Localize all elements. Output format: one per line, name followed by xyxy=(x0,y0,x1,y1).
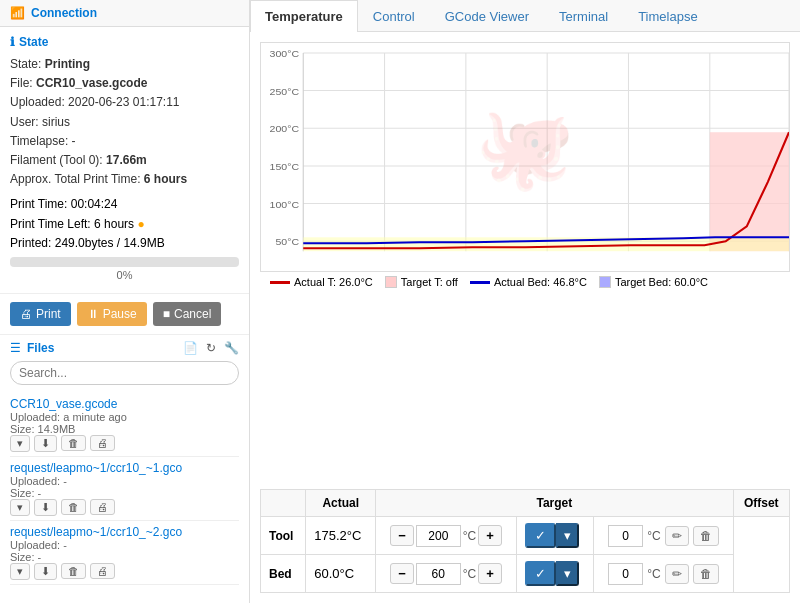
print-icon: 🖨 xyxy=(20,307,32,321)
svg-text:50°C: 50°C xyxy=(275,237,299,248)
list-item: CCR10_vase.gcode Uploaded: a minute ago … xyxy=(10,393,239,457)
legend-target-bed: Target Bed: 60.0°C xyxy=(599,276,708,288)
pause-button[interactable]: ⏸ Pause xyxy=(77,302,147,326)
svg-text:300°C: 300°C xyxy=(270,48,299,59)
chart-legend: Actual T: 26.0°C Target T: off Actual Be… xyxy=(260,272,790,292)
svg-text:250°C: 250°C xyxy=(270,86,299,97)
bed-offset-edit[interactable]: ✏ xyxy=(665,564,689,584)
tool-target-group: − °C + xyxy=(384,525,508,547)
list-item: request/leapmo~1/ccr10_~1.gco Uploaded: … xyxy=(10,457,239,521)
state-filament: Filament (Tool 0): 17.66m xyxy=(10,151,239,170)
tool-confirm-group: ✓ ▾ xyxy=(525,523,586,548)
file-download-btn[interactable]: ⬇ xyxy=(34,563,57,580)
pause-icon: ⏸ xyxy=(87,307,99,321)
bed-offset-trash[interactable]: 🗑 xyxy=(693,564,719,584)
svg-text:200°C: 200°C xyxy=(270,124,299,135)
file-print-btn[interactable]: 🖨 xyxy=(90,499,115,515)
state-uploaded: Uploaded: 2020-06-23 01:17:11 xyxy=(10,93,239,112)
col-header-name xyxy=(261,490,306,517)
file-select-btn[interactable]: ▾ xyxy=(10,435,30,452)
file-trash-btn[interactable]: 🗑 xyxy=(61,499,86,515)
file-list: CCR10_vase.gcode Uploaded: a minute ago … xyxy=(10,393,239,585)
file-size: Size: 14.9MB xyxy=(10,423,239,435)
bed-confirm-btn[interactable]: ✓ xyxy=(525,561,556,586)
state-total-time: Approx. Total Print Time: 6 hours xyxy=(10,170,239,189)
action-buttons: 🖨 Print ⏸ Pause ■ Cancel xyxy=(0,294,249,335)
bed-label: Bed xyxy=(261,555,306,593)
cancel-button[interactable]: ■ Cancel xyxy=(153,302,222,326)
col-header-target: Target xyxy=(376,490,733,517)
bed-confirm-caret[interactable]: ▾ xyxy=(556,561,579,586)
list-icon: ☰ xyxy=(10,341,21,355)
svg-rect-19 xyxy=(710,132,789,251)
tool-target-input[interactable] xyxy=(416,525,461,547)
tab-temperature[interactable]: Temperature xyxy=(250,0,358,32)
file-trash-btn[interactable]: 🗑 xyxy=(61,563,86,579)
file-uploaded: Uploaded: - xyxy=(10,475,239,487)
files-title[interactable]: Files xyxy=(27,341,54,355)
tab-control[interactable]: Control xyxy=(358,0,430,32)
file-download-btn[interactable]: ⬇ xyxy=(34,435,57,452)
state-info: State: Printing File: CCR10_vase.gcode U… xyxy=(10,55,239,189)
state-section-title: ℹ State xyxy=(10,35,239,49)
table-header-row: Actual Target Offset xyxy=(261,490,790,517)
table-row: Bed 60.0°C − °C + xyxy=(261,555,790,593)
tab-content: 🐙 300°C 250°C 200°C 150°C xyxy=(250,32,800,603)
tool-offset-edit[interactable]: ✏ xyxy=(665,526,689,546)
bed-target-minus[interactable]: − xyxy=(390,563,414,584)
file-print-btn[interactable]: 🖨 xyxy=(90,563,115,579)
tool-offset-input[interactable] xyxy=(608,525,643,547)
file-download-btn[interactable]: ⬇ xyxy=(34,499,57,516)
tool-offset-cell: °C ✏ 🗑 xyxy=(594,517,733,555)
connection-title[interactable]: Connection xyxy=(31,6,97,20)
file-size: Size: - xyxy=(10,551,239,563)
file-select-btn[interactable]: ▾ xyxy=(10,563,30,580)
file-name[interactable]: request/leapmo~1/ccr10_~1.gco xyxy=(10,461,239,475)
bed-confirm-cell: ✓ ▾ xyxy=(516,555,594,593)
bed-confirm-group: ✓ ▾ xyxy=(525,561,586,586)
table-row: Tool 175.2°C − °C + xyxy=(261,517,790,555)
bed-target-input[interactable] xyxy=(416,563,461,585)
tabs-bar: Temperature Control GCode Viewer Termina… xyxy=(250,0,800,32)
list-item: request/leapmo~1/ccr10_~2.gco Uploaded: … xyxy=(10,521,239,585)
wrench-icon[interactable]: 🔧 xyxy=(224,341,239,355)
col-header-actual: Actual xyxy=(306,490,376,517)
new-file-icon[interactable]: 📄 xyxy=(183,341,198,355)
legend-color-actual-t xyxy=(270,281,290,284)
tool-unit: °C xyxy=(463,529,476,543)
tool-target-plus[interactable]: + xyxy=(478,525,502,546)
bed-offset-group: °C ✏ 🗑 xyxy=(602,563,724,585)
bed-offset-input[interactable] xyxy=(608,563,643,585)
file-print-btn[interactable]: 🖨 xyxy=(90,435,115,451)
tab-timelapse[interactable]: Timelapse xyxy=(623,0,712,32)
connection-header: 📶 Connection xyxy=(0,0,249,27)
tab-gcode-viewer[interactable]: GCode Viewer xyxy=(430,0,544,32)
file-name[interactable]: CCR10_vase.gcode xyxy=(10,397,239,411)
tool-label: Tool xyxy=(261,517,306,555)
printed-bytes: Printed: 249.0bytes / 14.9MB xyxy=(10,234,239,253)
tool-offset-trash[interactable]: 🗑 xyxy=(693,526,719,546)
file-select-btn[interactable]: ▾ xyxy=(10,499,30,516)
bed-target-plus[interactable]: + xyxy=(478,563,502,584)
refresh-icon[interactable]: ↻ xyxy=(206,341,216,355)
tool-confirm-caret[interactable]: ▾ xyxy=(556,523,579,548)
right-panel: Temperature Control GCode Viewer Termina… xyxy=(250,0,800,603)
state-timelapse: Timelapse: - xyxy=(10,132,239,151)
file-name[interactable]: request/leapmo~1/ccr10_~2.gco xyxy=(10,525,239,539)
state-status: State: Printing xyxy=(10,55,239,74)
tab-terminal[interactable]: Terminal xyxy=(544,0,623,32)
svg-text:150°C: 150°C xyxy=(270,161,299,172)
print-times: Print Time: 00:04:24 Print Time Left: 6 … xyxy=(10,195,239,253)
print-button[interactable]: 🖨 Print xyxy=(10,302,71,326)
legend-target-t: Target T: off xyxy=(385,276,458,288)
file-trash-btn[interactable]: 🗑 xyxy=(61,435,86,451)
progress-bar-bg xyxy=(10,257,239,267)
tool-target-minus[interactable]: − xyxy=(390,525,414,546)
legend-box-target-t xyxy=(385,276,397,288)
legend-actual-t: Actual T: 26.0°C xyxy=(270,276,373,288)
file-actions: ▾ ⬇ 🗑 🖨 xyxy=(10,563,239,580)
search-input[interactable] xyxy=(10,361,239,385)
bed-target-cell: − °C + xyxy=(376,555,517,593)
tool-confirm-btn[interactable]: ✓ xyxy=(525,523,556,548)
connection-icon: 📶 xyxy=(10,6,25,20)
